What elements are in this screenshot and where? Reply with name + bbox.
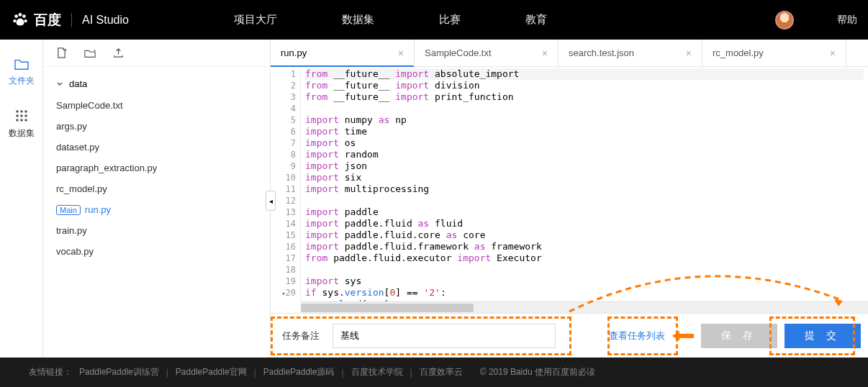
view-task-list-link[interactable]: 查看任务列表 bbox=[609, 329, 665, 342]
tree-file-selected[interactable]: Main run.py bbox=[43, 199, 270, 220]
rail-datasets-label: 数据集 bbox=[9, 127, 35, 140]
tree-file[interactable]: SampleCode.txt bbox=[43, 95, 270, 116]
editor-tabs: run.py× SampleCode.txt× search.test.json… bbox=[271, 40, 868, 67]
svg-point-6 bbox=[20, 110, 23, 113]
svg-point-5 bbox=[16, 110, 19, 113]
tree-file[interactable]: rc_model.py bbox=[43, 178, 270, 199]
svg-point-1 bbox=[19, 13, 22, 17]
studio-text: AI Studio bbox=[82, 14, 129, 27]
submit-button[interactable]: 提 交 bbox=[785, 324, 861, 348]
collapse-handle[interactable]: ◂ bbox=[266, 191, 276, 211]
tree-file[interactable]: args.py bbox=[43, 116, 270, 137]
paw-icon bbox=[11, 11, 30, 29]
tree-file[interactable]: train.py bbox=[43, 220, 270, 241]
footer-link[interactable]: PaddlePaddle训练营 bbox=[79, 366, 159, 378]
new-file-icon[interactable]: + bbox=[56, 47, 67, 58]
nav-datasets[interactable]: 数据集 bbox=[342, 13, 374, 27]
svg-point-10 bbox=[24, 114, 27, 117]
tree-file[interactable]: vocab.py bbox=[43, 241, 270, 262]
svg-point-11 bbox=[16, 119, 19, 122]
svg-point-13 bbox=[24, 119, 27, 122]
top-right: 帮助 bbox=[775, 11, 857, 29]
bottom-panel: 任务备注 查看任务列表 保 存 提 交 bbox=[271, 313, 868, 358]
tree-folder-data[interactable]: data bbox=[43, 73, 270, 95]
top-bar: 百度 AI Studio 项目大厅 数据集 比赛 教育 帮助 bbox=[0, 0, 868, 40]
horizontal-scrollbar[interactable] bbox=[301, 301, 868, 313]
tab-rc-model[interactable]: rc_model.py× bbox=[702, 40, 846, 66]
chevron-down-icon bbox=[56, 81, 63, 88]
file-explorer: + + data SampleCode.txt args.py dataset.… bbox=[43, 40, 271, 358]
footer-link[interactable]: 百度效率云 bbox=[420, 366, 463, 378]
svg-point-0 bbox=[14, 14, 18, 18]
tab-samplecode[interactable]: SampleCode.txt× bbox=[415, 40, 559, 66]
footer-label: 友情链接： bbox=[29, 366, 72, 378]
nav-projects[interactable]: 项目大厅 bbox=[234, 13, 277, 27]
close-icon[interactable]: × bbox=[686, 47, 692, 59]
footer-link[interactable]: 百度技术学院 bbox=[351, 366, 403, 378]
svg-point-12 bbox=[20, 119, 23, 122]
editor-area: ◂ run.py× SampleCode.txt× search.test.js… bbox=[271, 40, 868, 358]
folder-name: data bbox=[69, 78, 87, 89]
task-note-input[interactable] bbox=[333, 324, 556, 348]
svg-point-3 bbox=[13, 19, 16, 22]
nav-competitions[interactable]: 比赛 bbox=[439, 13, 461, 27]
avatar[interactable] bbox=[775, 11, 794, 29]
save-button[interactable]: 保 存 bbox=[701, 324, 777, 348]
svg-point-9 bbox=[20, 114, 23, 117]
svg-point-4 bbox=[24, 19, 27, 22]
svg-text:+: + bbox=[93, 48, 96, 54]
close-icon[interactable]: × bbox=[398, 47, 404, 59]
upload-icon[interactable] bbox=[113, 47, 124, 58]
tree-file[interactable]: paragraph_extraction.py bbox=[43, 158, 270, 178]
footer-link[interactable]: PaddlePaddle源码 bbox=[263, 366, 335, 378]
nav-education[interactable]: 教育 bbox=[525, 13, 547, 27]
tab-run-py[interactable]: run.py× bbox=[271, 40, 415, 66]
line-gutter: 12345678910111213141516171819▾2021222324 bbox=[271, 67, 301, 301]
divider bbox=[71, 13, 72, 27]
logo-area: 百度 AI Studio bbox=[11, 11, 205, 29]
arrow-left-icon bbox=[672, 329, 694, 343]
baidu-logo-text: 百度 bbox=[34, 11, 61, 29]
file-tree: data SampleCode.txt args.py dataset.py p… bbox=[43, 67, 270, 358]
rail-datasets[interactable]: 数据集 bbox=[9, 109, 35, 140]
svg-text:+: + bbox=[64, 47, 67, 53]
rail-files-label: 文件夹 bbox=[9, 75, 35, 87]
main-layout: 文件夹 数据集 + + data SampleCode.txt args.py … bbox=[0, 40, 868, 358]
left-rail: 文件夹 数据集 bbox=[0, 40, 43, 358]
scrollbar-thumb[interactable] bbox=[301, 304, 474, 312]
help-link[interactable]: 帮助 bbox=[837, 14, 857, 27]
svg-point-2 bbox=[22, 14, 26, 18]
tree-file[interactable]: dataset.py bbox=[43, 137, 270, 158]
task-note-label: 任务备注 bbox=[282, 329, 320, 342]
tab-search-json[interactable]: search.test.json× bbox=[559, 40, 702, 66]
footer: 友情链接： PaddlePaddle训练营| PaddlePaddle官网| P… bbox=[0, 358, 868, 387]
explorer-toolbar: + + bbox=[43, 40, 270, 67]
code-content[interactable]: from __future__ import absolute_importfr… bbox=[301, 67, 868, 301]
main-nav: 项目大厅 数据集 比赛 教育 bbox=[234, 13, 547, 27]
svg-point-8 bbox=[16, 114, 19, 117]
svg-point-7 bbox=[24, 110, 27, 113]
new-folder-icon[interactable]: + bbox=[84, 48, 96, 58]
footer-copyright: © 2019 Baidu 使用百度前必读 bbox=[480, 366, 595, 378]
rail-files[interactable]: 文件夹 bbox=[9, 58, 35, 87]
close-icon[interactable]: × bbox=[542, 47, 548, 59]
code-editor[interactable]: 12345678910111213141516171819▾2021222324… bbox=[271, 67, 868, 301]
close-icon[interactable]: × bbox=[830, 47, 836, 59]
footer-link[interactable]: PaddlePaddle官网 bbox=[176, 366, 247, 378]
main-tag: Main bbox=[56, 205, 81, 215]
